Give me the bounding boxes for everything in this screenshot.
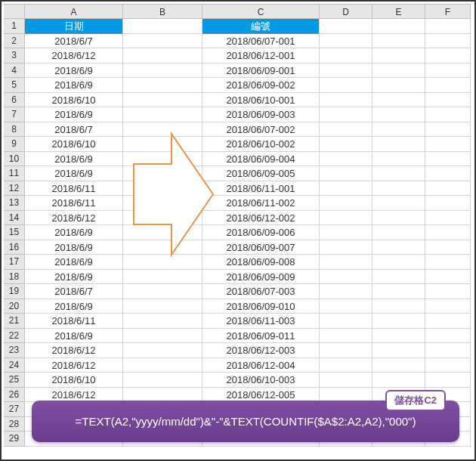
table-row[interactable]: 2018/06/12-003 [202,343,320,358]
empty-cell[interactable] [320,314,372,329]
empty-cell[interactable] [320,93,372,108]
header-date[interactable]: 日期 [25,19,123,34]
empty-cell[interactable] [425,343,471,358]
empty-cell[interactable] [425,299,471,314]
table-row[interactable]: 2018/06/07-002 [202,122,320,138]
table-row[interactable]: 2018/06/09-007 [202,240,320,255]
empty-cell[interactable] [123,152,202,167]
cell-d1[interactable] [320,19,372,34]
table-row[interactable]: 2018/06/12-001 [202,48,320,63]
table-row[interactable]: 2018/06/09-008 [202,255,320,270]
empty-cell[interactable] [123,240,202,255]
empty-cell[interactable] [372,166,425,181]
row-header[interactable]: 22 [4,329,25,344]
row-header[interactable]: 26 [4,388,25,403]
empty-cell[interactable] [372,343,425,358]
table-row[interactable]: 2018/6/9 [25,63,123,79]
empty-cell[interactable] [372,196,425,211]
empty-cell[interactable] [320,48,372,63]
empty-cell[interactable] [123,78,202,93]
table-row[interactable]: 2018/06/09-011 [202,329,320,344]
cell-f1[interactable] [425,19,471,34]
empty-cell[interactable] [123,181,202,196]
empty-cell[interactable] [425,314,471,329]
empty-cell[interactable] [425,78,471,93]
row-header[interactable]: 19 [4,284,25,299]
empty-cell[interactable] [425,373,471,388]
empty-cell[interactable] [372,284,425,299]
row-header[interactable]: 8 [4,122,25,138]
empty-cell[interactable] [372,329,425,344]
table-row[interactable]: 2018/6/10 [25,373,123,388]
empty-cell[interactable] [123,211,202,226]
table-row[interactable]: 2018/06/12-004 [202,358,320,373]
table-row[interactable]: 2018/6/10 [25,93,123,108]
empty-cell[interactable] [320,373,372,388]
empty-cell[interactable] [425,358,471,373]
row-header[interactable]: 27 [4,402,25,417]
empty-cell[interactable] [425,63,471,79]
empty-cell[interactable] [425,152,471,167]
empty-cell[interactable] [123,122,202,138]
empty-cell[interactable] [372,373,425,388]
empty-cell[interactable] [425,93,471,108]
empty-cell[interactable] [123,34,202,49]
empty-cell[interactable] [425,34,471,49]
empty-cell[interactable] [320,78,372,93]
empty-cell[interactable] [320,181,372,196]
row-header[interactable]: 13 [4,196,25,211]
empty-cell[interactable] [123,329,202,344]
row-header[interactable]: 29 [4,432,25,447]
table-row[interactable]: 2018/06/10-002 [202,137,320,152]
table-row[interactable]: 2018/06/11-002 [202,196,320,211]
row-header[interactable]: 24 [4,358,25,373]
table-row[interactable]: 2018/6/9 [25,166,123,181]
empty-cell[interactable] [372,211,425,226]
empty-cell[interactable] [320,196,372,211]
empty-cell[interactable] [123,196,202,211]
empty-cell[interactable] [372,152,425,167]
table-row[interactable]: 2018/06/09-003 [202,107,320,122]
row-header[interactable]: 20 [4,299,25,314]
empty-cell[interactable] [320,137,372,152]
empty-cell[interactable] [425,196,471,211]
empty-cell[interactable] [320,225,372,240]
empty-cell[interactable] [320,270,372,285]
table-row[interactable]: 2018/06/09-006 [202,225,320,240]
table-row[interactable]: 2018/06/07-003 [202,284,320,299]
table-row[interactable]: 2018/6/11 [25,196,123,211]
empty-cell[interactable] [320,122,372,138]
empty-cell[interactable] [372,181,425,196]
table-row[interactable]: 2018/6/9 [25,299,123,314]
table-row[interactable]: 2018/6/7 [25,284,123,299]
table-row[interactable]: 2018/6/7 [25,34,123,49]
row-header[interactable]: 7 [4,107,25,122]
row-header[interactable]: 11 [4,166,25,181]
empty-cell[interactable] [123,343,202,358]
row-header[interactable]: 12 [4,181,25,196]
table-row[interactable]: 2018/6/11 [25,314,123,329]
table-row[interactable]: 2018/06/09-001 [202,63,320,79]
table-row[interactable]: 2018/6/12 [25,343,123,358]
row-header[interactable]: 4 [4,63,25,79]
empty-cell[interactable] [123,284,202,299]
row-header[interactable]: 14 [4,211,25,226]
empty-cell[interactable] [425,284,471,299]
col-header-b[interactable]: B [123,4,202,19]
empty-cell[interactable] [372,137,425,152]
empty-cell[interactable] [425,122,471,138]
table-row[interactable]: 2018/6/9 [25,255,123,270]
table-row[interactable]: 2018/6/9 [25,270,123,285]
col-header-f[interactable]: F [425,4,471,19]
table-row[interactable]: 2018/06/12-002 [202,211,320,226]
empty-cell[interactable] [425,166,471,181]
empty-cell[interactable] [425,181,471,196]
empty-cell[interactable] [320,240,372,255]
empty-cell[interactable] [372,78,425,93]
empty-cell[interactable] [372,122,425,138]
table-row[interactable]: 2018/06/09-002 [202,78,320,93]
empty-cell[interactable] [372,240,425,255]
empty-cell[interactable] [123,137,202,152]
table-row[interactable]: 2018/6/7 [25,122,123,138]
table-row[interactable]: 2018/6/9 [25,152,123,167]
